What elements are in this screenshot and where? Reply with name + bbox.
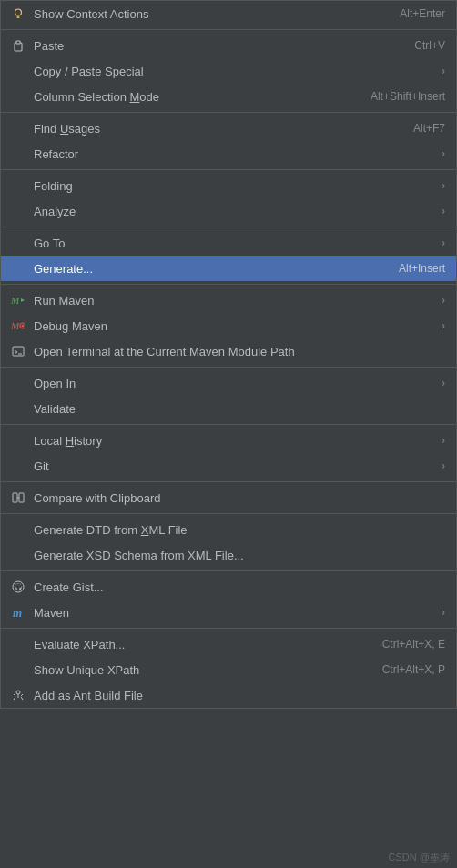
add-ant-build-label: Add as Ant Build File xyxy=(34,689,445,702)
generate-xsd-label: Generate XSD Schema from XML File... xyxy=(34,549,445,562)
svg-text:M: M xyxy=(11,295,20,306)
svg-rect-12 xyxy=(13,493,17,502)
column-selection-shortcut: Alt+Shift+Insert xyxy=(371,90,445,103)
menu-item-git[interactable]: Git › xyxy=(1,453,456,479)
local-history-label: Local History xyxy=(34,434,434,448)
generate-label: Generate... xyxy=(34,262,381,276)
menu-item-find-usages[interactable]: Find Usages Alt+F7 xyxy=(1,116,456,141)
folding-arrow: › xyxy=(442,179,445,192)
menu-item-paste[interactable]: Paste Ctrl+V xyxy=(1,33,456,58)
menu-item-analyze[interactable]: Analyze › xyxy=(1,198,456,224)
refactor-label: Refactor xyxy=(34,147,434,161)
find-usages-shortcut: Alt+F7 xyxy=(413,122,445,135)
context-menu: Show Context Actions Alt+Enter Paste Ctr… xyxy=(0,0,457,709)
column-selection-label: Column Selection Mode xyxy=(34,90,352,104)
maven-label: Maven xyxy=(34,606,434,620)
copy-paste-special-label: Copy / Paste Special xyxy=(34,65,434,78)
generate-dtd-label: Generate DTD from XML File xyxy=(34,523,445,537)
compare-clipboard-label: Compare with Clipboard xyxy=(34,491,445,505)
validate-label: Validate xyxy=(34,402,445,416)
menu-item-generate-xsd[interactable]: Generate XSD Schema from XML File... xyxy=(1,542,456,568)
menu-item-open-in[interactable]: Open In › xyxy=(1,370,456,396)
svg-line-21 xyxy=(14,697,15,700)
paste-shortcut: Ctrl+V xyxy=(414,39,445,52)
menu-item-maven[interactable]: m Maven › xyxy=(1,600,456,625)
menu-item-go-to[interactable]: Go To › xyxy=(1,230,456,256)
separator-6 xyxy=(1,367,456,368)
paste-icon xyxy=(10,37,26,54)
svg-point-0 xyxy=(15,9,22,15)
menu-item-copy-paste-special[interactable]: Copy / Paste Special › xyxy=(1,58,456,84)
menu-item-generate-dtd[interactable]: Generate DTD from XML File xyxy=(1,517,456,542)
find-usages-label: Find Usages xyxy=(34,122,395,136)
svg-rect-13 xyxy=(19,493,24,502)
maven-icon: m xyxy=(10,604,26,621)
local-history-arrow: › xyxy=(442,434,445,447)
run-maven-label: Run Maven xyxy=(34,294,434,308)
analyze-arrow: › xyxy=(442,205,445,217)
debug-maven-icon: M xyxy=(10,318,26,334)
show-unique-xpath-shortcut: Ctrl+Alt+X, P xyxy=(382,663,445,676)
menu-item-show-unique-xpath[interactable]: Show Unique XPath Ctrl+Alt+X, P xyxy=(1,657,456,682)
copy-paste-special-arrow: › xyxy=(442,65,445,77)
menu-item-refactor[interactable]: Refactor › xyxy=(1,141,456,167)
menu-item-compare-clipboard[interactable]: Compare with Clipboard xyxy=(1,485,456,510)
svg-line-22 xyxy=(21,697,23,700)
svg-line-20 xyxy=(21,694,23,696)
github-icon xyxy=(10,579,26,595)
show-context-actions-shortcut: Alt+Enter xyxy=(400,7,445,20)
generate-shortcut: Alt+Insert xyxy=(399,262,445,275)
menu-item-generate[interactable]: Generate... Alt+Insert xyxy=(1,256,456,281)
open-in-arrow: › xyxy=(442,377,445,389)
debug-maven-arrow: › xyxy=(442,319,445,332)
show-unique-xpath-label: Show Unique XPath xyxy=(34,663,364,677)
separator-2 xyxy=(1,112,456,113)
show-context-actions-label: Show Context Actions xyxy=(34,7,381,21)
separator-9 xyxy=(1,513,456,514)
git-arrow: › xyxy=(442,459,445,472)
svg-rect-4 xyxy=(16,41,20,44)
menu-item-folding[interactable]: Folding › xyxy=(1,173,456,198)
watermark: CSDN @墨涛 xyxy=(389,851,450,864)
folding-label: Folding xyxy=(34,179,434,193)
svg-text:M: M xyxy=(11,320,20,331)
menu-item-create-gist[interactable]: Create Gist... xyxy=(1,574,456,600)
menu-item-show-context-actions[interactable]: Show Context Actions Alt+Enter xyxy=(1,1,456,26)
separator-11 xyxy=(1,628,456,629)
open-in-label: Open In xyxy=(34,377,434,390)
separator-8 xyxy=(1,481,456,482)
paste-label: Paste xyxy=(34,39,396,53)
evaluate-xpath-label: Evaluate XPath... xyxy=(34,638,364,651)
git-label: Git xyxy=(34,459,434,473)
menu-item-open-terminal[interactable]: Open Terminal at the Current Maven Modul… xyxy=(1,338,456,364)
debug-maven-label: Debug Maven xyxy=(34,319,434,333)
terminal-icon xyxy=(10,343,26,359)
separator-1 xyxy=(1,29,456,30)
compare-icon xyxy=(10,490,26,506)
separator-4 xyxy=(1,227,456,227)
separator-10 xyxy=(1,570,456,571)
separator-5 xyxy=(1,284,456,285)
maven-arrow: › xyxy=(442,606,445,619)
menu-item-column-selection-mode[interactable]: Column Selection Mode Alt+Shift+Insert xyxy=(1,84,456,109)
separator-3 xyxy=(1,169,456,170)
create-gist-label: Create Gist... xyxy=(34,580,445,594)
open-terminal-label: Open Terminal at the Current Maven Modul… xyxy=(34,345,445,358)
go-to-label: Go To xyxy=(34,237,434,250)
bulb-icon xyxy=(10,5,26,22)
run-maven-icon: M xyxy=(10,292,26,308)
menu-item-evaluate-xpath[interactable]: Evaluate XPath... Ctrl+Alt+X, E xyxy=(1,631,456,657)
evaluate-xpath-shortcut: Ctrl+Alt+X, E xyxy=(382,638,445,651)
svg-line-19 xyxy=(14,694,15,696)
svg-text:m: m xyxy=(13,606,22,619)
go-to-arrow: › xyxy=(442,237,445,249)
menu-item-validate[interactable]: Validate xyxy=(1,396,456,421)
menu-item-run-maven[interactable]: M Run Maven › xyxy=(1,288,456,313)
menu-item-local-history[interactable]: Local History › xyxy=(1,428,456,453)
ant-icon xyxy=(10,687,26,703)
menu-item-add-ant-build[interactable]: Add as Ant Build File xyxy=(1,682,456,708)
refactor-arrow: › xyxy=(442,147,445,160)
svg-point-15 xyxy=(13,581,24,592)
menu-item-debug-maven[interactable]: M Debug Maven › xyxy=(1,313,456,338)
svg-marker-6 xyxy=(21,298,25,302)
